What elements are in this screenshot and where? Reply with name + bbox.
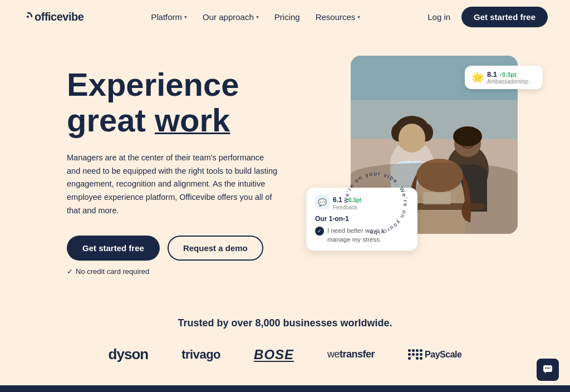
score-badge-content: 8.1 ↑0.3pt Ambassadorship xyxy=(487,70,528,85)
nav-item-platform[interactable]: Platform ▾ xyxy=(151,12,187,22)
svg-point-12 xyxy=(453,126,482,146)
svg-point-13 xyxy=(409,195,470,228)
score-badge-ambassadorship: 🌟 8.1 ↑0.3pt Ambassadorship xyxy=(465,66,543,89)
rotating-text-circle: We're on your vibe. We're on your vibe. xyxy=(340,167,417,245)
nav-cta-button[interactable]: Get started free xyxy=(461,7,548,27)
hero-buttons: Get started free Request a demo xyxy=(67,236,323,261)
nav-link-resources[interactable]: Resources ▾ xyxy=(316,12,361,22)
score-emoji-icon: 🌟 xyxy=(471,71,484,84)
hero-cta-primary[interactable]: Get started free xyxy=(67,236,160,261)
rotating-text-svg: We're on your vibe. We're on your vibe. xyxy=(340,167,412,239)
chevron-down-icon: ▾ xyxy=(256,14,259,20)
payscale-dots-icon xyxy=(408,349,422,360)
nav-link-pricing[interactable]: Pricing xyxy=(274,12,300,22)
hero-left: Experience great work Managers are at th… xyxy=(67,61,323,276)
brand-logos: dyson trivago BOSE wetransfer PayScale xyxy=(22,346,548,363)
nav-item-pricing[interactable]: Pricing xyxy=(274,12,300,22)
score-badge-value: 8.1 ↑0.3pt xyxy=(487,70,528,79)
chevron-down-icon: ▾ xyxy=(357,14,360,20)
svg-rect-16 xyxy=(423,192,451,204)
svg-point-0 xyxy=(27,16,29,18)
wetransfer-logo: wetransfer xyxy=(327,349,375,360)
footer-wave xyxy=(0,385,570,392)
login-button[interactable]: Log in xyxy=(428,12,450,22)
svg-rect-20 xyxy=(545,367,547,369)
svg-rect-21 xyxy=(547,367,549,369)
score-badge-label: Ambassadorship xyxy=(487,79,528,85)
hero-title: Experience great work xyxy=(67,67,323,138)
payscale-logo: PayScale xyxy=(408,349,461,360)
logo-text: officevibe xyxy=(35,11,83,23)
chat-support-button[interactable] xyxy=(537,359,559,381)
svg-rect-22 xyxy=(549,367,551,369)
nav-link-platform[interactable]: Platform ▾ xyxy=(151,12,187,22)
chevron-down-icon: ▾ xyxy=(184,14,187,20)
hero-image-area: 🌟 8.1 ↑0.3pt Ambassadorship xyxy=(323,56,534,267)
nav-item-resources[interactable]: Resources ▾ xyxy=(316,12,361,22)
feedback-icon: 💬 xyxy=(315,195,330,209)
checkmark-icon: ✓ xyxy=(67,267,73,276)
nav-links: Platform ▾ Our approach ▾ Pricing Resour… xyxy=(151,12,360,22)
svg-text:We're on your vibe. We're on y: We're on your vibe. We're on your vibe. xyxy=(343,170,409,236)
dyson-logo: dyson xyxy=(109,346,149,363)
logo[interactable]: officevibe xyxy=(22,11,83,23)
no-credit-card-note: ✓ No credit card required xyxy=(67,267,323,276)
bose-logo: BOSE xyxy=(254,347,294,362)
trusted-title: Trusted by over 8,000 businesses worldwi… xyxy=(22,317,548,329)
svg-point-14 xyxy=(416,159,463,192)
svg-point-9 xyxy=(399,124,425,153)
wave-svg xyxy=(0,385,570,392)
trusted-section: Trusted by over 8,000 businesses worldwi… xyxy=(0,301,570,385)
nav-actions: Log in Get started free xyxy=(428,7,548,27)
nav-item-approach[interactable]: Our approach ▾ xyxy=(203,12,259,22)
hero-cta-secondary[interactable]: Request a demo xyxy=(168,236,263,261)
logo-icon xyxy=(22,11,33,22)
hero-section: Experience great work Managers are at th… xyxy=(0,33,570,301)
nav-link-approach[interactable]: Our approach ▾ xyxy=(203,12,259,22)
chat-icon xyxy=(542,364,553,375)
check-icon: ✓ xyxy=(315,227,324,236)
main-nav: officevibe Platform ▾ Our approach ▾ Pri… xyxy=(0,0,570,33)
trivago-logo: trivago xyxy=(181,347,220,362)
hero-description: Managers are at the center of their team… xyxy=(67,151,278,218)
